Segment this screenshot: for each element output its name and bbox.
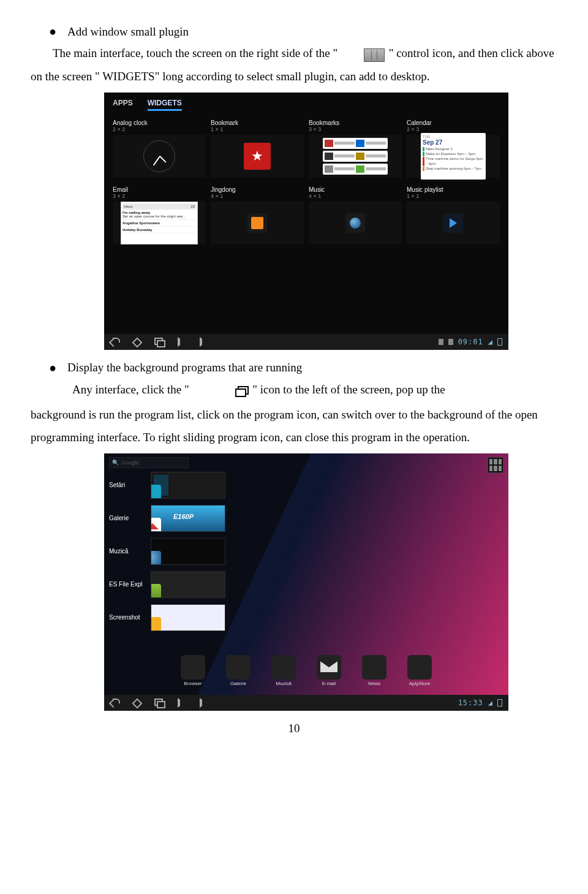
recent-item-gallery[interactable]: Galerie E160P xyxy=(109,505,238,532)
page-number: 10 xyxy=(31,722,557,735)
bookmarks-preview xyxy=(309,135,402,178)
search-icon: 🔍 xyxy=(112,460,119,466)
search-placeholder: Google xyxy=(121,460,139,466)
section1-paragraph: The main interface, touch the screen on … xyxy=(31,42,557,88)
section2-heading: ● Display the background programs that a… xyxy=(31,361,557,375)
thumb-settings xyxy=(151,472,225,499)
nav-home-icon[interactable] xyxy=(132,337,143,347)
gallery-icon xyxy=(151,518,161,532)
apps-grid-icon xyxy=(342,44,385,66)
widgets-grid: Analog clock 2 × 2 Bookmark 1 × 1 ★ Book… xyxy=(104,117,508,247)
recent-item-esfile[interactable]: ES File Expl xyxy=(109,571,238,598)
recent-apps-list: Setări Galerie E160P Muzică ES File Expl… xyxy=(109,472,238,656)
nav-home-icon[interactable] xyxy=(132,698,143,708)
widget-bookmarks[interactable]: Bookmarks 3 × 3 xyxy=(309,119,402,178)
star-icon: ★ xyxy=(211,135,304,178)
debug-icon xyxy=(448,339,453,345)
tab-widgets[interactable]: WIDGETS xyxy=(148,99,182,111)
section2-paragraph: background is run the program list, clic… xyxy=(31,404,557,448)
settings-icon xyxy=(151,485,161,499)
screenshot-recents: 🔍 Google Setări Galerie E160P Muzică ES … xyxy=(104,453,508,711)
nav-recent-icon[interactable] xyxy=(154,338,164,346)
widget-calendar[interactable]: Calendar 2 × 3 TUE Sep 27 Meet Designer … xyxy=(407,119,500,178)
section2-text-a: Any interface, click the " xyxy=(72,383,189,396)
thumb-esfile xyxy=(151,571,225,598)
widget-music[interactable]: Music 4 × 1 xyxy=(309,186,402,244)
recent-item-music[interactable]: Muzică xyxy=(109,538,238,565)
dock-browser[interactable]: Browser xyxy=(176,655,209,686)
dock-news[interactable]: News xyxy=(358,655,391,686)
widget-bookmark[interactable]: Bookmark 1 × 1 ★ xyxy=(211,119,304,178)
music-icon xyxy=(151,551,161,565)
bullet-icon: ● xyxy=(49,361,56,375)
volume-down-icon[interactable] xyxy=(178,337,186,347)
dock-email[interactable]: E-mail xyxy=(312,655,345,686)
section1-title: Add window small plugin xyxy=(67,25,189,39)
section2-title: Display the background programs that are… xyxy=(67,361,302,374)
thumb-screenshot xyxy=(151,604,225,631)
widget-analog-clock[interactable]: Analog clock 2 × 2 xyxy=(113,119,206,178)
usb-icon xyxy=(439,339,443,345)
recent-apps-icon xyxy=(194,379,249,401)
section1-heading: ● Add window small plugin xyxy=(31,25,557,39)
screenshot-widgets: APPS WIDGETS Analog clock 2 × 2 Bookmark… xyxy=(104,93,508,350)
status-clock: 09:01 xyxy=(458,338,483,346)
tab-apps[interactable]: APPS xyxy=(113,99,133,111)
screenshot-icon xyxy=(151,617,161,631)
volume-up-icon[interactable] xyxy=(200,698,208,708)
jingdong-icon xyxy=(211,202,304,244)
dock: Browser Galerie Muzică E-mail News AplyS… xyxy=(104,648,508,694)
nav-back-icon[interactable] xyxy=(110,699,120,707)
dock-gallery[interactable]: Galerie xyxy=(222,655,255,686)
bullet-icon: ● xyxy=(49,25,56,39)
volume-down-icon[interactable] xyxy=(178,698,186,708)
clock-icon xyxy=(113,135,206,178)
thumb-music xyxy=(151,538,225,565)
dock-aplystore[interactable]: AplyStore xyxy=(403,655,436,686)
status-clock: 15:33 xyxy=(458,699,483,707)
widget-music-playlist[interactable]: Music playlist 1 × 1 xyxy=(407,186,500,244)
gallery-icon xyxy=(226,655,251,680)
tabs-bar: APPS WIDGETS xyxy=(104,93,508,117)
wifi-icon: ◢ xyxy=(488,338,492,346)
dock-music[interactable]: Muzică xyxy=(267,655,300,686)
email-icon xyxy=(317,655,341,680)
calendar-preview: TUE Sep 27 Meet Designer 1 Make an Espre… xyxy=(407,135,500,178)
section1-text-a: The main interface, touch the screen on … xyxy=(53,47,337,59)
wifi-icon: ◢ xyxy=(488,699,492,707)
apps-drawer-button[interactable] xyxy=(488,457,503,473)
news-icon xyxy=(362,655,386,680)
system-bar: 09:01 ◢ xyxy=(104,334,508,350)
section2-text-b: " icon to the left of the screen, pop up… xyxy=(252,383,445,396)
play-icon xyxy=(407,202,500,244)
system-bar: 15:33 ◢ xyxy=(104,695,508,711)
store-icon xyxy=(407,655,432,680)
email-preview: Inbox15 I'm sailing awaySet an open cour… xyxy=(113,202,206,244)
battery-icon xyxy=(497,699,502,706)
section2-line1: Any interface, click the " " icon to the… xyxy=(31,379,557,402)
nav-recent-icon[interactable] xyxy=(154,699,164,707)
recent-item-screenshot[interactable]: Screenshot xyxy=(109,604,238,631)
search-bar[interactable]: 🔍 Google xyxy=(109,457,189,468)
recent-item-settings[interactable]: Setări xyxy=(109,472,238,499)
widget-email[interactable]: Email 3 × 2 Inbox15 I'm sailing awaySet … xyxy=(113,186,206,244)
esfile-icon xyxy=(151,584,161,598)
volume-up-icon[interactable] xyxy=(200,337,208,347)
music-icon xyxy=(271,655,296,680)
browser-icon xyxy=(181,655,205,680)
nav-back-icon[interactable] xyxy=(110,338,120,346)
thumb-gallery: E160P xyxy=(151,505,225,532)
widget-jingdong[interactable]: Jingdong 4 × 1 xyxy=(211,186,304,244)
battery-icon xyxy=(497,338,502,346)
music-icon xyxy=(309,202,402,244)
